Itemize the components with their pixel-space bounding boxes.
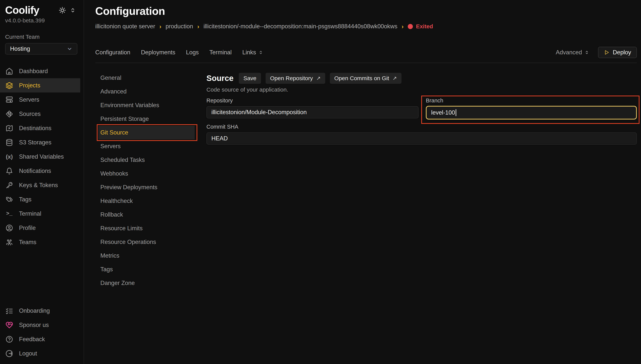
sidebar-item-projects[interactable]: Projects — [0, 78, 80, 92]
breadcrumb: illicitonion quote server › production ›… — [95, 22, 637, 30]
team-selected-value: Hosting — [10, 46, 30, 52]
sidebar-item-logout[interactable]: Logout — [0, 346, 84, 360]
tab-links[interactable]: Links — [242, 49, 263, 56]
sidebar-item-servers[interactable]: Servers — [0, 92, 84, 107]
sidebar-item-s3-storages[interactable]: S3 Storages — [0, 135, 84, 150]
sun-icon[interactable] — [59, 6, 66, 14]
subnav-item-preview-deployments[interactable]: Preview Deployments — [95, 180, 206, 194]
server-icon — [5, 96, 13, 104]
subnav-item-metrics[interactable]: Metrics — [95, 249, 206, 262]
breadcrumb-project[interactable]: illicitonion quote server — [95, 23, 155, 30]
sidebar-item-label: Sources — [19, 110, 41, 118]
help-circle-icon — [5, 335, 13, 343]
commit-sha-input[interactable]: HEAD — [206, 132, 637, 144]
sidebar-item-keys-tokens[interactable]: Keys & Tokens — [0, 178, 84, 192]
chevrons-up-down-icon[interactable] — [70, 7, 76, 14]
sidebar-item-label: Profile — [19, 224, 36, 232]
subnav-item-general[interactable]: General — [95, 71, 206, 85]
commit-sha-value: HEAD — [211, 135, 228, 142]
sidebar-item-notifications[interactable]: Notifications — [0, 164, 84, 178]
list-checks-icon — [5, 307, 13, 315]
tags-icon — [5, 196, 13, 204]
deploy-label: Deploy — [613, 49, 631, 56]
tab-links-label: Links — [242, 49, 256, 56]
subnav-item-rollback[interactable]: Rollback — [95, 208, 206, 222]
subnav-item-danger-zone[interactable]: Danger Zone — [95, 276, 206, 290]
branch-input[interactable]: level-100 — [426, 106, 637, 120]
breadcrumb-environment[interactable]: production — [166, 23, 193, 30]
deploy-button[interactable]: Deploy — [598, 47, 637, 58]
tab-configuration[interactable]: Configuration — [95, 49, 130, 56]
subnav-item-resource-operations[interactable]: Resource Operations — [95, 235, 206, 249]
sidebar-item-label: Servers — [19, 96, 39, 103]
sidebar-item-label: Tags — [19, 196, 31, 203]
sidebar-item-destinations[interactable]: Destinations — [0, 121, 84, 135]
bell-icon — [5, 167, 13, 175]
open-repository-button[interactable]: Open Repository ↗ — [266, 73, 325, 84]
chevrons-up-down-icon — [258, 50, 263, 55]
open-commits-button[interactable]: Open Commits on Git ↗ — [330, 73, 401, 84]
sidebar-item-label: Dashboard — [19, 68, 48, 75]
subnav-item-tags[interactable]: Tags — [95, 262, 206, 276]
sidebar-item-onboarding[interactable]: Onboarding — [0, 304, 84, 318]
text-cursor — [456, 109, 456, 116]
tabs: Configuration Deployments Logs Terminal … — [95, 49, 263, 56]
team-select[interactable]: Hosting — [5, 43, 77, 54]
team-label: Current Team — [5, 34, 79, 40]
chevrons-up-down-icon — [584, 50, 589, 55]
open-commits-label: Open Commits on Git — [334, 75, 389, 82]
open-repository-label: Open Repository — [270, 75, 313, 82]
subnav-item-servers[interactable]: Servers — [95, 140, 206, 153]
subnav-item-git-source[interactable]: Git Source — [98, 126, 195, 140]
sidebar-item-shared-variables[interactable]: (x) Shared Variables — [0, 150, 84, 164]
subnav-item-healthcheck[interactable]: Healthcheck — [95, 194, 206, 208]
home-icon — [5, 67, 13, 75]
nav-actions: Advanced Deploy — [556, 47, 637, 58]
external-link-icon: ↗ — [316, 75, 321, 81]
subnav-item-advanced[interactable]: Advanced — [95, 85, 206, 98]
sidebar-item-label: Teams — [19, 239, 36, 246]
tab-logs[interactable]: Logs — [186, 49, 199, 56]
tab-deployments[interactable]: Deployments — [141, 49, 175, 56]
layers-icon — [5, 82, 13, 90]
main-area: Configuration illicitonion quote server … — [84, 0, 641, 364]
sidebar-item-label: Feedback — [19, 336, 45, 343]
subnav-item-webhooks[interactable]: Webhooks — [95, 167, 206, 180]
breadcrumb-application[interactable]: illicitestonion/-module--decomposition:m… — [203, 23, 397, 30]
subnav-item-scheduled-tasks[interactable]: Scheduled Tasks — [95, 153, 206, 167]
git-source-icon — [5, 110, 13, 118]
page-title: Configuration — [95, 5, 637, 17]
advanced-dropdown[interactable]: Advanced — [556, 49, 589, 56]
sidebar-item-terminal[interactable]: >_ Terminal — [0, 206, 84, 221]
branch-field: Branch level-100 — [426, 98, 637, 120]
breadcrumb-separator: › — [402, 23, 404, 30]
terminal-icon: >_ — [5, 211, 13, 216]
coolify-app: Coolify v4.0.0-beta.399 Current Team Hos… — [0, 0, 641, 364]
branch-value: level-100 — [431, 109, 455, 116]
repository-input[interactable]: illicitestonion/Module-Decomposition — [206, 106, 419, 118]
commit-sha-field: Commit SHA HEAD — [206, 124, 637, 144]
sidebar: Coolify v4.0.0-beta.399 Current Team Hos… — [0, 0, 84, 364]
sidebar-item-feedback[interactable]: Feedback — [0, 332, 84, 346]
logout-icon — [5, 350, 13, 358]
source-description: Code source of your application. — [206, 86, 637, 93]
sidebar-item-sources[interactable]: Sources — [0, 107, 84, 121]
subnav-item-resource-limits[interactable]: Resource Limits — [95, 222, 206, 235]
heart-handshake-icon — [5, 321, 13, 329]
save-button[interactable]: Save — [239, 73, 261, 84]
source-fields: Repository illicitestonion/Module-Decomp… — [206, 98, 637, 144]
sidebar-item-tags[interactable]: Tags — [0, 192, 84, 206]
sidebar-item-sponsor-us[interactable]: Sponsor us — [0, 318, 84, 332]
sidebar-item-dashboard[interactable]: Dashboard — [0, 64, 84, 78]
sidebar-item-teams[interactable]: Teams — [0, 235, 84, 249]
sidebar-item-profile[interactable]: Profile — [0, 221, 84, 235]
subnav-item-persistent-storage[interactable]: Persistent Storage — [95, 112, 206, 126]
tab-terminal[interactable]: Terminal — [210, 49, 232, 56]
variables-icon: (x) — [5, 154, 13, 160]
subnav-item-environment-variables[interactable]: Environment Variables — [95, 98, 206, 112]
database-icon — [5, 138, 13, 146]
sidebar-item-label: Destinations — [19, 125, 52, 132]
commit-sha-label: Commit SHA — [206, 124, 637, 130]
sidebar-item-label: Logout — [19, 350, 37, 357]
play-icon — [604, 50, 609, 55]
